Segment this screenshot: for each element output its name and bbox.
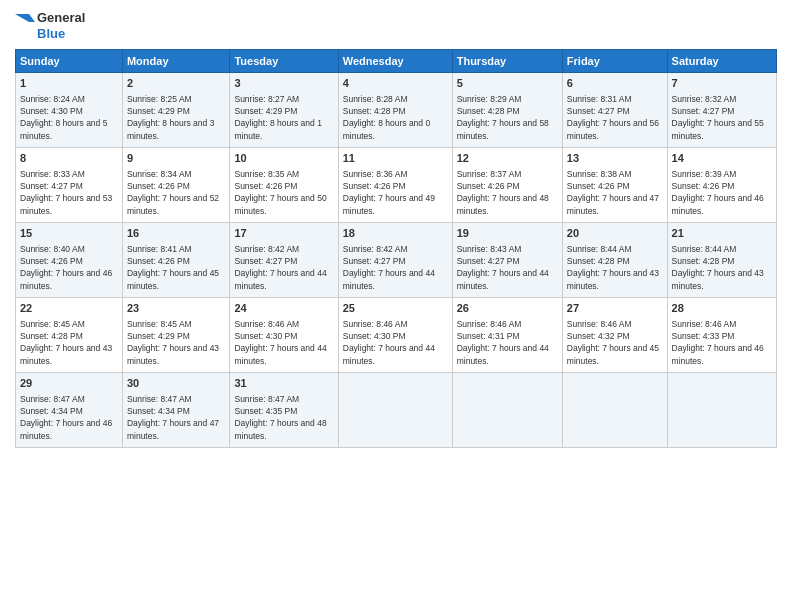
day-info: Sunrise: 8:40 AMSunset: 4:26 PMDaylight:… [20, 243, 118, 292]
calendar-cell: 31Sunrise: 8:47 AMSunset: 4:35 PMDayligh… [230, 373, 338, 448]
day-info: Sunrise: 8:42 AMSunset: 4:27 PMDaylight:… [234, 243, 333, 292]
day-info: Sunrise: 8:25 AMSunset: 4:29 PMDaylight:… [127, 93, 226, 142]
calendar-cell: 1Sunrise: 8:24 AMSunset: 4:30 PMDaylight… [16, 73, 123, 148]
day-info: Sunrise: 8:31 AMSunset: 4:27 PMDaylight:… [567, 93, 663, 142]
week-row-3: 15Sunrise: 8:40 AMSunset: 4:26 PMDayligh… [16, 223, 777, 298]
day-number: 24 [234, 301, 333, 316]
calendar-cell: 15Sunrise: 8:40 AMSunset: 4:26 PMDayligh… [16, 223, 123, 298]
day-info: Sunrise: 8:39 AMSunset: 4:26 PMDaylight:… [672, 168, 772, 217]
day-number: 5 [457, 76, 558, 91]
day-number: 1 [20, 76, 118, 91]
calendar-cell: 4Sunrise: 8:28 AMSunset: 4:28 PMDaylight… [338, 73, 452, 148]
calendar-cell: 22Sunrise: 8:45 AMSunset: 4:28 PMDayligh… [16, 298, 123, 373]
day-info: Sunrise: 8:38 AMSunset: 4:26 PMDaylight:… [567, 168, 663, 217]
logo-icon [15, 14, 35, 38]
calendar-cell: 16Sunrise: 8:41 AMSunset: 4:26 PMDayligh… [122, 223, 230, 298]
day-info: Sunrise: 8:46 AMSunset: 4:31 PMDaylight:… [457, 318, 558, 367]
day-number: 14 [672, 151, 772, 166]
day-number: 25 [343, 301, 448, 316]
day-info: Sunrise: 8:46 AMSunset: 4:30 PMDaylight:… [343, 318, 448, 367]
calendar-cell: 10Sunrise: 8:35 AMSunset: 4:26 PMDayligh… [230, 148, 338, 223]
calendar-cell: 24Sunrise: 8:46 AMSunset: 4:30 PMDayligh… [230, 298, 338, 373]
col-tuesday: Tuesday [230, 50, 338, 73]
day-number: 31 [234, 376, 333, 391]
day-info: Sunrise: 8:46 AMSunset: 4:33 PMDaylight:… [672, 318, 772, 367]
calendar-cell: 5Sunrise: 8:29 AMSunset: 4:28 PMDaylight… [452, 73, 562, 148]
day-info: Sunrise: 8:45 AMSunset: 4:28 PMDaylight:… [20, 318, 118, 367]
calendar-cell [667, 373, 776, 448]
calendar-cell: 23Sunrise: 8:45 AMSunset: 4:29 PMDayligh… [122, 298, 230, 373]
week-row-5: 29Sunrise: 8:47 AMSunset: 4:34 PMDayligh… [16, 373, 777, 448]
day-info: Sunrise: 8:47 AMSunset: 4:35 PMDaylight:… [234, 393, 333, 442]
day-number: 30 [127, 376, 226, 391]
calendar-cell: 21Sunrise: 8:44 AMSunset: 4:28 PMDayligh… [667, 223, 776, 298]
calendar-cell: 12Sunrise: 8:37 AMSunset: 4:26 PMDayligh… [452, 148, 562, 223]
day-info: Sunrise: 8:42 AMSunset: 4:27 PMDaylight:… [343, 243, 448, 292]
week-row-4: 22Sunrise: 8:45 AMSunset: 4:28 PMDayligh… [16, 298, 777, 373]
col-friday: Friday [562, 50, 667, 73]
day-number: 13 [567, 151, 663, 166]
calendar-cell: 19Sunrise: 8:43 AMSunset: 4:27 PMDayligh… [452, 223, 562, 298]
day-number: 28 [672, 301, 772, 316]
calendar-cell: 7Sunrise: 8:32 AMSunset: 4:27 PMDaylight… [667, 73, 776, 148]
page: General Blue Sunday Monday Tuesday Wedne… [0, 0, 792, 612]
day-number: 26 [457, 301, 558, 316]
calendar-cell: 2Sunrise: 8:25 AMSunset: 4:29 PMDaylight… [122, 73, 230, 148]
calendar-cell: 6Sunrise: 8:31 AMSunset: 4:27 PMDaylight… [562, 73, 667, 148]
calendar-cell: 8Sunrise: 8:33 AMSunset: 4:27 PMDaylight… [16, 148, 123, 223]
day-number: 18 [343, 226, 448, 241]
day-number: 11 [343, 151, 448, 166]
day-info: Sunrise: 8:27 AMSunset: 4:29 PMDaylight:… [234, 93, 333, 142]
calendar-cell [338, 373, 452, 448]
calendar-cell: 27Sunrise: 8:46 AMSunset: 4:32 PMDayligh… [562, 298, 667, 373]
day-info: Sunrise: 8:47 AMSunset: 4:34 PMDaylight:… [127, 393, 226, 442]
day-number: 9 [127, 151, 226, 166]
col-saturday: Saturday [667, 50, 776, 73]
day-info: Sunrise: 8:46 AMSunset: 4:30 PMDaylight:… [234, 318, 333, 367]
week-row-1: 1Sunrise: 8:24 AMSunset: 4:30 PMDaylight… [16, 73, 777, 148]
day-number: 8 [20, 151, 118, 166]
day-info: Sunrise: 8:43 AMSunset: 4:27 PMDaylight:… [457, 243, 558, 292]
calendar-cell [452, 373, 562, 448]
day-number: 16 [127, 226, 226, 241]
day-number: 19 [457, 226, 558, 241]
logo-blue: Blue [37, 26, 85, 42]
day-info: Sunrise: 8:45 AMSunset: 4:29 PMDaylight:… [127, 318, 226, 367]
day-number: 12 [457, 151, 558, 166]
day-info: Sunrise: 8:44 AMSunset: 4:28 PMDaylight:… [567, 243, 663, 292]
day-info: Sunrise: 8:34 AMSunset: 4:26 PMDaylight:… [127, 168, 226, 217]
header: General Blue [15, 10, 777, 41]
calendar-cell: 25Sunrise: 8:46 AMSunset: 4:30 PMDayligh… [338, 298, 452, 373]
day-number: 22 [20, 301, 118, 316]
day-info: Sunrise: 8:36 AMSunset: 4:26 PMDaylight:… [343, 168, 448, 217]
day-info: Sunrise: 8:46 AMSunset: 4:32 PMDaylight:… [567, 318, 663, 367]
day-number: 2 [127, 76, 226, 91]
day-info: Sunrise: 8:35 AMSunset: 4:26 PMDaylight:… [234, 168, 333, 217]
day-info: Sunrise: 8:32 AMSunset: 4:27 PMDaylight:… [672, 93, 772, 142]
calendar-cell: 29Sunrise: 8:47 AMSunset: 4:34 PMDayligh… [16, 373, 123, 448]
col-monday: Monday [122, 50, 230, 73]
day-number: 10 [234, 151, 333, 166]
week-row-2: 8Sunrise: 8:33 AMSunset: 4:27 PMDaylight… [16, 148, 777, 223]
calendar-body: 1Sunrise: 8:24 AMSunset: 4:30 PMDaylight… [16, 73, 777, 448]
calendar-cell: 14Sunrise: 8:39 AMSunset: 4:26 PMDayligh… [667, 148, 776, 223]
col-thursday: Thursday [452, 50, 562, 73]
day-info: Sunrise: 8:28 AMSunset: 4:28 PMDaylight:… [343, 93, 448, 142]
day-info: Sunrise: 8:29 AMSunset: 4:28 PMDaylight:… [457, 93, 558, 142]
day-info: Sunrise: 8:47 AMSunset: 4:34 PMDaylight:… [20, 393, 118, 442]
svg-marker-0 [15, 14, 35, 22]
day-info: Sunrise: 8:37 AMSunset: 4:26 PMDaylight:… [457, 168, 558, 217]
col-sunday: Sunday [16, 50, 123, 73]
calendar-cell: 9Sunrise: 8:34 AMSunset: 4:26 PMDaylight… [122, 148, 230, 223]
day-number: 21 [672, 226, 772, 241]
calendar-cell: 20Sunrise: 8:44 AMSunset: 4:28 PMDayligh… [562, 223, 667, 298]
calendar-table: Sunday Monday Tuesday Wednesday Thursday… [15, 49, 777, 448]
calendar-cell [562, 373, 667, 448]
calendar-cell: 17Sunrise: 8:42 AMSunset: 4:27 PMDayligh… [230, 223, 338, 298]
header-row: Sunday Monday Tuesday Wednesday Thursday… [16, 50, 777, 73]
logo: General Blue [15, 10, 85, 41]
logo-general: General [37, 10, 85, 26]
day-number: 29 [20, 376, 118, 391]
calendar-cell: 28Sunrise: 8:46 AMSunset: 4:33 PMDayligh… [667, 298, 776, 373]
calendar-cell: 11Sunrise: 8:36 AMSunset: 4:26 PMDayligh… [338, 148, 452, 223]
